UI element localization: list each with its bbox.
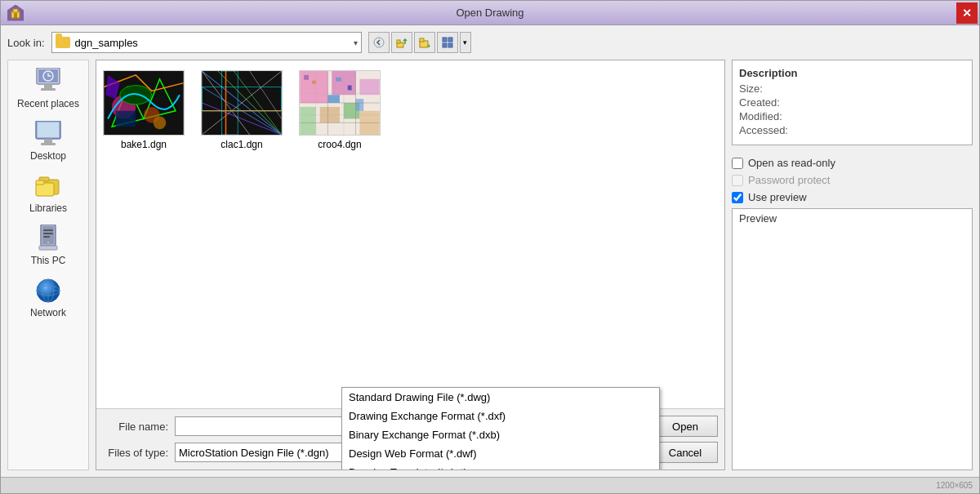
dialog-body: Look in: dgn_samples ▾ + bbox=[1, 25, 979, 477]
new-folder-button[interactable]: + bbox=[414, 32, 435, 53]
dropdown-item-4[interactable]: Drawing Template (*.dwt) bbox=[342, 463, 659, 470]
size-indicator: 980×494 bbox=[936, 481, 973, 490]
svg-rect-63 bbox=[359, 79, 379, 96]
sidebar-item-network-label: Network bbox=[30, 307, 66, 318]
file-item-croo4[interactable]: croo4.dgn bbox=[299, 67, 381, 154]
password-protect-row: Password protect bbox=[732, 174, 973, 186]
sidebar-item-recent[interactable]: Recent places bbox=[11, 64, 85, 113]
svg-rect-32 bbox=[39, 246, 57, 250]
open-readonly-label: Open as read-only bbox=[748, 157, 835, 169]
svg-rect-78 bbox=[304, 75, 309, 80]
svg-rect-11 bbox=[443, 43, 447, 47]
svg-rect-69 bbox=[356, 99, 364, 111]
sidebar-item-network[interactable]: Network bbox=[11, 273, 85, 322]
svg-rect-29 bbox=[43, 233, 53, 234]
svg-rect-5 bbox=[397, 40, 400, 43]
recent-places-icon bbox=[32, 67, 65, 96]
filestype-label: Files of type: bbox=[103, 447, 168, 459]
cancel-button[interactable]: Cancel bbox=[653, 442, 718, 463]
desc-accessed-label: Accessed: bbox=[739, 124, 796, 136]
svg-rect-30 bbox=[43, 236, 50, 238]
svg-point-3 bbox=[374, 38, 384, 47]
sidebar-item-recent-label: Recent places bbox=[17, 98, 79, 109]
use-preview-checkbox[interactable] bbox=[732, 192, 743, 203]
file-item-bake1[interactable]: bake1.dgn bbox=[103, 67, 185, 154]
svg-rect-81 bbox=[348, 86, 352, 91]
up-button[interactable] bbox=[391, 32, 412, 53]
view-dropdown-button[interactable]: ▾ bbox=[460, 32, 471, 53]
dropdown-item-2[interactable]: Binary Exchange Format (*.dxb) bbox=[342, 425, 659, 444]
svg-rect-20 bbox=[44, 139, 52, 143]
sidebar-item-desktop[interactable]: Desktop bbox=[11, 116, 85, 165]
view-chevron: ▾ bbox=[463, 38, 467, 47]
file-label-clac1: clac1.dgn bbox=[220, 139, 262, 150]
lookin-label: Look in: bbox=[7, 37, 45, 49]
file-label-bake1: bake1.dgn bbox=[121, 139, 167, 150]
open-readonly-checkbox[interactable] bbox=[732, 158, 743, 169]
preview-title: Preview bbox=[733, 209, 972, 228]
file-item-clac1[interactable]: clac1.dgn bbox=[201, 67, 283, 154]
main-area: Recent places Desktop bbox=[7, 60, 973, 470]
svg-rect-19 bbox=[38, 122, 59, 137]
svg-rect-80 bbox=[336, 78, 341, 82]
sidebar-item-libraries-label: Libraries bbox=[29, 202, 67, 214]
options-area: Open as read-only Password protect Use p… bbox=[732, 152, 973, 208]
use-preview-label: Use preview bbox=[748, 191, 807, 203]
desktop-icon bbox=[32, 119, 65, 149]
svg-rect-2 bbox=[14, 13, 17, 18]
open-button[interactable]: Open bbox=[653, 416, 718, 437]
sidebar-item-thispc[interactable]: This PC bbox=[11, 220, 85, 269]
sidebar-item-thispc-label: This PC bbox=[31, 255, 66, 266]
app-icon bbox=[7, 5, 24, 21]
lookin-value: dgn_samples bbox=[75, 37, 138, 49]
use-preview-row: Use preview bbox=[732, 191, 973, 203]
close-button[interactable]: ✕ bbox=[956, 2, 978, 24]
description-title: Description bbox=[739, 67, 965, 79]
svg-rect-1 bbox=[13, 9, 18, 12]
lookin-dropdown[interactable]: dgn_samples ▾ bbox=[51, 32, 362, 53]
desc-accessed-row: Accessed: bbox=[739, 124, 965, 136]
svg-rect-79 bbox=[312, 81, 316, 84]
sidebar-item-libraries[interactable]: Libraries bbox=[11, 168, 85, 217]
thispc-icon bbox=[32, 224, 65, 253]
file-grid: bake1.dgn bbox=[103, 67, 718, 154]
dropdown-item-1[interactable]: Drawing Exchange Format (*.dxf) bbox=[342, 407, 659, 425]
file-area[interactable]: bake1.dgn bbox=[96, 60, 725, 470]
dialog-title: Open Drawing bbox=[456, 7, 523, 19]
filename-label: File name: bbox=[103, 421, 168, 433]
open-drawing-dialog: Open Drawing ✕ Look in: dgn_samples ▾ bbox=[0, 0, 980, 494]
desc-created-row: Created: bbox=[739, 96, 965, 109]
lookin-value-container: dgn_samples bbox=[56, 37, 138, 49]
svg-rect-15 bbox=[44, 84, 52, 88]
view-button[interactable] bbox=[437, 32, 458, 53]
status-bar: 980×494 bbox=[1, 477, 979, 493]
file-thumbnail-croo4 bbox=[299, 70, 381, 136]
preview-box: Preview bbox=[732, 208, 973, 470]
network-icon bbox=[32, 276, 65, 305]
svg-rect-21 bbox=[41, 143, 56, 145]
dropdown-item-0[interactable]: Standard Drawing File (*.dwg) bbox=[342, 388, 659, 407]
password-protect-label: Password protect bbox=[748, 174, 830, 186]
svg-point-43 bbox=[120, 86, 152, 105]
dropdown-item-3[interactable]: Design Web Format (*.dwf) bbox=[342, 444, 659, 463]
password-protect-checkbox[interactable] bbox=[732, 175, 743, 186]
svg-point-45 bbox=[154, 117, 167, 130]
svg-rect-10 bbox=[448, 38, 452, 42]
desc-size-row: Size: bbox=[739, 82, 965, 95]
desc-created-label: Created: bbox=[739, 96, 796, 109]
desc-modified-row: Modified: bbox=[739, 110, 965, 122]
file-thumbnail-bake1 bbox=[103, 70, 185, 136]
right-panel: Description Size: Created: Modified: bbox=[732, 60, 973, 470]
open-readonly-row: Open as read-only bbox=[732, 157, 973, 169]
svg-rect-64 bbox=[300, 107, 316, 135]
sidebar-item-desktop-label: Desktop bbox=[30, 150, 66, 162]
file-label-croo4: croo4.dgn bbox=[318, 139, 361, 150]
back-button[interactable] bbox=[368, 32, 390, 53]
svg-rect-16 bbox=[41, 88, 56, 91]
svg-rect-9 bbox=[443, 38, 447, 42]
libraries-icon bbox=[32, 171, 65, 201]
description-box: Description Size: Created: Modified: bbox=[732, 60, 973, 145]
toolbar-buttons: + ▾ bbox=[368, 32, 471, 53]
svg-text:+: + bbox=[427, 42, 430, 48]
svg-rect-68 bbox=[327, 95, 340, 103]
